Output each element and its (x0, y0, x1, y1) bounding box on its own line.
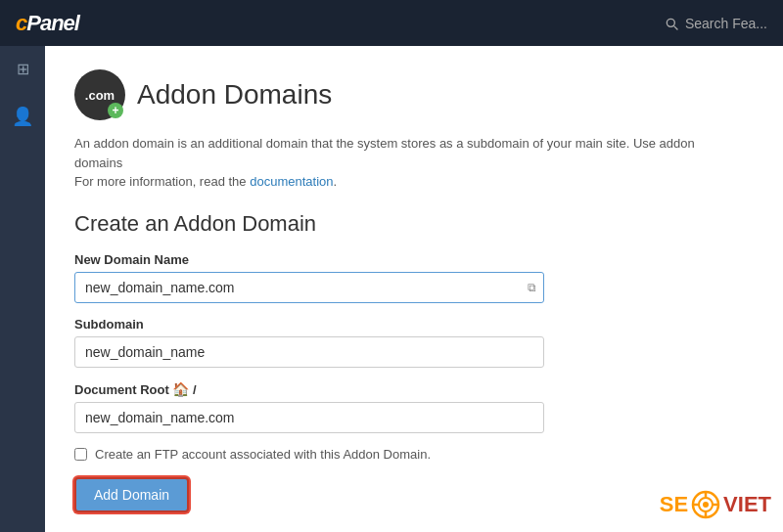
ftp-checkbox-label[interactable]: Create an FTP account associated with th… (95, 447, 431, 462)
new-domain-name-group: New Domain Name ⧉ (74, 252, 544, 303)
subdomain-input[interactable] (74, 336, 544, 368)
watermark-viet: VIET (723, 492, 771, 517)
sidebar-item-grid[interactable]: ⊞ (11, 54, 35, 84)
add-domain-button[interactable]: Add Domain (74, 477, 189, 512)
new-domain-name-label: New Domain Name (74, 252, 544, 267)
watermark-target-icon (690, 489, 721, 520)
subdomain-label: Subdomain (74, 317, 544, 332)
domain-icon-text: .com (85, 88, 115, 103)
sidebar: ⊞ 👤 (0, 46, 45, 532)
domain-icon-badge: + (108, 103, 123, 118)
svg-point-2 (703, 502, 709, 508)
new-domain-name-wrapper: ⧉ (74, 272, 544, 303)
document-root-input[interactable] (74, 402, 544, 433)
cpanel-logo: cPanel (16, 11, 79, 36)
form-section-title: Create an Addon Domain (74, 211, 754, 237)
watermark: SE VIET (660, 489, 771, 520)
ftp-checkbox[interactable] (74, 448, 87, 461)
search-area[interactable]: Search Fea... (664, 16, 767, 31)
watermark-seo: SE (660, 492, 688, 517)
document-root-label: Document Root 🏠 / (74, 381, 544, 397)
document-root-group: Document Root 🏠 / (74, 381, 544, 433)
new-domain-name-input[interactable] (74, 272, 544, 303)
top-nav: cPanel Search Fea... (0, 0, 783, 46)
main-content: .com + Addon Domains An addon domain is … (45, 46, 783, 532)
subdomain-group: Subdomain (74, 317, 544, 368)
search-label: Search Fea... (685, 16, 767, 31)
page-description: An addon domain is an additional domain … (74, 134, 740, 192)
sidebar-item-users[interactable]: 👤 (6, 100, 39, 133)
home-icon: 🏠 (172, 381, 189, 397)
layout: ⊞ 👤 .com + Addon Domains An addon domain… (0, 46, 783, 532)
search-icon (664, 16, 679, 31)
domain-icon: .com + (74, 69, 125, 120)
copy-icon: ⧉ (528, 281, 536, 294)
page-title: Addon Domains (137, 79, 332, 111)
ftp-checkbox-row: Create an FTP account associated with th… (74, 447, 754, 462)
documentation-link[interactable]: documentation (250, 174, 333, 189)
page-header: .com + Addon Domains (74, 69, 754, 120)
